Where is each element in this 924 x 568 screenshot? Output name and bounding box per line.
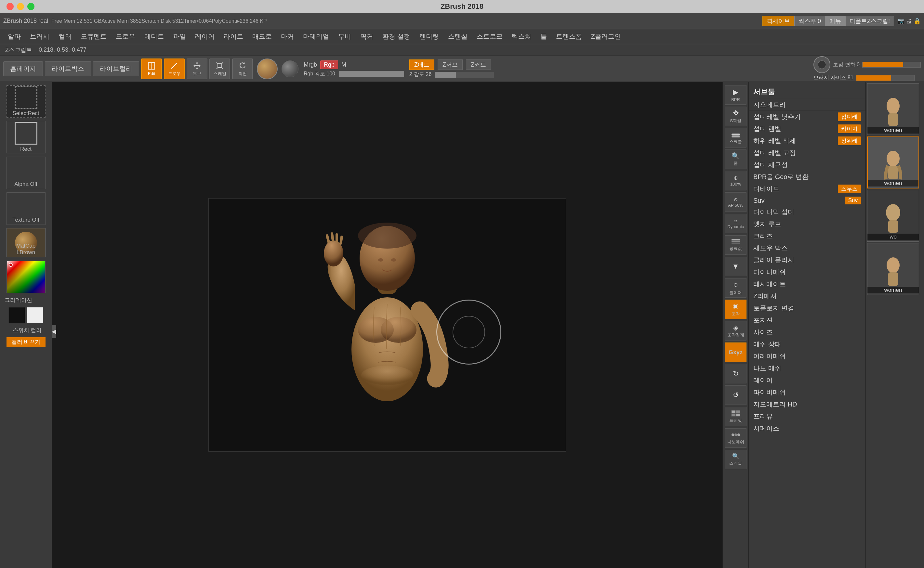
crease-button[interactable]: 크리즈: [749, 230, 865, 242]
menu-picker[interactable]: 픽커: [356, 30, 378, 43]
size-button[interactable]: 사이즈: [749, 326, 865, 338]
rotate-button[interactable]: 회전: [232, 59, 253, 79]
shadow-box-button[interactable]: 새도우 박스: [749, 242, 865, 254]
menu-button[interactable]: 메뉴: [825, 16, 845, 26]
nanomesh-button[interactable]: 나노메쉬: [725, 428, 747, 448]
menu-stroke[interactable]: 스트로크: [472, 30, 507, 43]
home-button[interactable]: 홈페이지: [3, 61, 43, 76]
rotate-icon-button[interactable]: ↻: [725, 364, 747, 384]
menu-color[interactable]: 컬러: [54, 30, 76, 43]
script-button[interactable]: 디폴트Z스크립!: [845, 16, 894, 26]
mesh-state-button[interactable]: 메쉬 상태: [749, 338, 865, 350]
bpr-button[interactable]: ▶ BPR: [725, 85, 747, 105]
preview-button[interactable]: 프리뷰: [749, 410, 865, 422]
subdiv-render-button[interactable]: 섭디 렌벨 카이지: [749, 123, 865, 135]
scale-button[interactable]: 스케일: [209, 59, 230, 79]
matcap-preview[interactable]: [281, 60, 298, 77]
thumbnail-women-1[interactable]: women: [867, 83, 919, 135]
zremesher-button[interactable]: Z리메셔: [749, 290, 865, 302]
zoom-button[interactable]: 🔍 줌: [725, 150, 747, 169]
clay-polish-button[interactable]: 클레이 폴리시: [749, 254, 865, 266]
canvas-area[interactable]: [52, 82, 723, 568]
color-sphere[interactable]: [257, 59, 278, 79]
alpha-off-swatch[interactable]: Alpha Off: [6, 157, 45, 189]
menu-alpha[interactable]: 알파: [3, 30, 25, 43]
pink-value-button[interactable]: 핑크값: [725, 235, 747, 255]
panel-collapse-arrow[interactable]: ◀: [52, 325, 56, 338]
nano-mesh-button[interactable]: 나노 메쉬: [749, 362, 865, 374]
maximize-button[interactable]: [27, 3, 35, 10]
change-color-button[interactable]: 컬러 바꾸기: [6, 337, 45, 347]
menu-preferences[interactable]: 환경 설정: [378, 30, 415, 43]
menu-tool[interactable]: 툴: [536, 30, 551, 43]
rgb-button[interactable]: Rgb: [320, 60, 338, 69]
topology-change-button[interactable]: 토폴로지 변경: [749, 302, 865, 314]
menu-edit[interactable]: 에디트: [140, 30, 168, 43]
select-rect-swatch[interactable]: SelectRect: [6, 85, 45, 118]
menu-movie[interactable]: 무비: [334, 30, 356, 43]
menu-zplugin[interactable]: Z플러그인: [587, 30, 626, 43]
menu-light[interactable]: 라이트: [219, 30, 248, 43]
menu-macro[interactable]: 매크로: [248, 30, 276, 43]
quicksave-button[interactable]: 퀵세이브: [762, 16, 794, 26]
dynamesh-button[interactable]: 다이나메쉬: [749, 266, 865, 278]
bpr-to-geo-button[interactable]: BPR을 Geo로 변환: [749, 171, 865, 183]
zsub-button[interactable]: Z서브: [438, 59, 463, 70]
subdiv-delete-lower-button[interactable]: 하위 레벨 삭제 상위레: [749, 135, 865, 147]
lightbox-button[interactable]: 라이트박스: [45, 61, 91, 76]
thumbnail-women-4[interactable]: women: [867, 243, 919, 295]
position-button[interactable]: 포지션: [749, 314, 865, 326]
dynamic-subdiv-button[interactable]: 다이나믹 섭디: [749, 206, 865, 218]
menu-document[interactable]: 도큐멘트: [76, 30, 111, 43]
sculpt-button[interactable]: ◉ 조각: [725, 300, 747, 319]
counterrotate-icon-button[interactable]: ↺: [725, 385, 747, 405]
library-button[interactable]: 라이브럴리: [93, 61, 139, 76]
black-swatch[interactable]: [9, 307, 25, 323]
surface-button[interactable]: 서페이스: [749, 422, 865, 434]
white-swatch[interactable]: [27, 307, 43, 323]
step-button[interactable]: 씩스푸 0: [794, 16, 825, 26]
spixel-button[interactable]: ✥ S픽셀: [725, 107, 747, 126]
texture-off-swatch[interactable]: Texture Off: [6, 192, 45, 225]
geo-hd-button[interactable]: 지오메트리 HD: [749, 398, 865, 410]
menu-transform[interactable]: 트랜스폼: [551, 30, 587, 43]
array-mesh-button[interactable]: 어레이메쉬: [749, 350, 865, 362]
draw-on-button[interactable]: 드레있: [725, 407, 747, 426]
menu-brush[interactable]: 브러시: [25, 30, 54, 43]
menu-draw[interactable]: 드로우: [111, 30, 140, 43]
menu-stencil[interactable]: 스텐실: [443, 30, 472, 43]
thumbnail-women-2[interactable]: women: [867, 136, 919, 189]
thumbnail-wo[interactable]: wo: [867, 190, 919, 242]
sculpt-boundary-button[interactable]: ◈ 조각경계: [725, 321, 747, 341]
menu-file[interactable]: 파일: [168, 30, 191, 43]
rect-swatch[interactable]: Rect: [6, 121, 45, 153]
move-button[interactable]: 무브: [187, 59, 207, 79]
menu-texture[interactable]: 텍스쳐: [507, 30, 536, 43]
zcut-button[interactable]: Z커트: [466, 59, 491, 70]
gxyz-button[interactable]: Gxyz: [725, 343, 747, 362]
tool-layer-button[interactable]: ○ 툴이어: [725, 278, 747, 298]
edit-button[interactable]: Edit: [141, 59, 162, 79]
menu-marker[interactable]: 마커: [276, 30, 298, 43]
scroll-button[interactable]: 스크롤: [725, 128, 747, 148]
menu-material[interactable]: 마테리얼: [298, 30, 334, 43]
layer-button[interactable]: 레이어: [749, 374, 865, 386]
minimize-button[interactable]: [17, 3, 24, 10]
scale-zoom-button[interactable]: 🔍 스케일: [725, 450, 747, 469]
subdiv-reconstruct-button[interactable]: 섭디 재구성: [749, 159, 865, 171]
tessimate-button[interactable]: 테시메이트: [749, 278, 865, 290]
draw-button[interactable]: 드로우: [164, 59, 184, 79]
collapse-button[interactable]: ▼: [725, 257, 747, 276]
focal-slider[interactable]: [862, 62, 921, 68]
ap50-button[interactable]: ⊙ AP 50%: [725, 192, 747, 212]
suv-button[interactable]: Suv Suv: [749, 195, 865, 206]
color-picker[interactable]: [6, 261, 45, 293]
matcap-swatch[interactable]: MatCap LBrown: [6, 228, 45, 257]
dynamic-button[interactable]: ≋ Dynamic: [725, 214, 747, 233]
zadd-button[interactable]: Z애드: [409, 59, 434, 70]
close-button[interactable]: [6, 3, 14, 10]
menu-layer[interactable]: 레이어: [191, 30, 219, 43]
subdiv-lower-button[interactable]: 섭디레벨 낮추기 섭디레: [749, 111, 865, 123]
divide-button[interactable]: 디바이드 스무스: [749, 183, 865, 195]
zoom-100-button[interactable]: ⊕ 100%: [725, 171, 747, 190]
